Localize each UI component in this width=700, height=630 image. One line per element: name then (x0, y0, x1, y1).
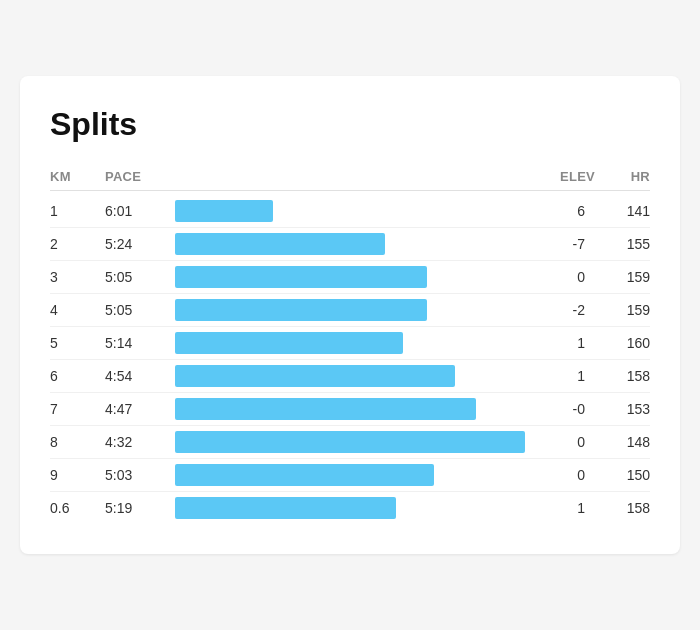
col-km-header: KM (50, 169, 105, 184)
cell-elev: 0 (535, 467, 595, 483)
cell-hr: 150 (595, 467, 650, 483)
cell-pace: 4:47 (105, 401, 175, 417)
cell-km: 2 (50, 236, 105, 252)
cell-hr: 148 (595, 434, 650, 450)
bar-container (175, 233, 535, 255)
cell-pace: 5:24 (105, 236, 175, 252)
cell-pace: 5:03 (105, 467, 175, 483)
page-title: Splits (50, 106, 650, 143)
bar-container (175, 299, 535, 321)
cell-pace: 5:05 (105, 302, 175, 318)
cell-elev: -2 (535, 302, 595, 318)
cell-elev: 1 (535, 368, 595, 384)
pace-bar (175, 431, 525, 453)
splits-table: 1 6:01 6 141 2 5:24 -7 155 3 5:05 0 159 … (50, 195, 650, 524)
cell-elev: 0 (535, 434, 595, 450)
table-row: 9 5:03 0 150 (50, 459, 650, 492)
bar-container (175, 398, 535, 420)
cell-elev: 6 (535, 203, 595, 219)
cell-hr: 141 (595, 203, 650, 219)
pace-bar (175, 365, 455, 387)
cell-elev: -0 (535, 401, 595, 417)
cell-pace: 6:01 (105, 203, 175, 219)
col-elev-header: ELEV (535, 169, 595, 184)
cell-hr: 158 (595, 368, 650, 384)
table-row: 8 4:32 0 148 (50, 426, 650, 459)
cell-km: 8 (50, 434, 105, 450)
table-row: 0.6 5:19 1 158 (50, 492, 650, 524)
table-row: 6 4:54 1 158 (50, 360, 650, 393)
splits-card: Splits KM PACE ELEV HR 1 6:01 6 141 2 5:… (20, 76, 680, 554)
cell-hr: 159 (595, 269, 650, 285)
pace-bar (175, 464, 434, 486)
bar-container (175, 266, 535, 288)
pace-bar (175, 332, 403, 354)
table-row: 1 6:01 6 141 (50, 195, 650, 228)
pace-bar (175, 497, 396, 519)
cell-pace: 5:19 (105, 500, 175, 516)
bar-container (175, 332, 535, 354)
cell-elev: 1 (535, 500, 595, 516)
cell-km: 3 (50, 269, 105, 285)
table-row: 7 4:47 -0 153 (50, 393, 650, 426)
col-pace-header: PACE (105, 169, 175, 184)
cell-hr: 158 (595, 500, 650, 516)
cell-pace: 5:05 (105, 269, 175, 285)
cell-pace: 4:32 (105, 434, 175, 450)
table-row: 5 5:14 1 160 (50, 327, 650, 360)
cell-pace: 4:54 (105, 368, 175, 384)
bar-container (175, 200, 535, 222)
cell-km: 4 (50, 302, 105, 318)
cell-elev: -7 (535, 236, 595, 252)
cell-pace: 5:14 (105, 335, 175, 351)
bar-container (175, 464, 535, 486)
cell-elev: 1 (535, 335, 595, 351)
cell-hr: 153 (595, 401, 650, 417)
pace-bar (175, 299, 427, 321)
cell-km: 7 (50, 401, 105, 417)
table-row: 2 5:24 -7 155 (50, 228, 650, 261)
cell-hr: 155 (595, 236, 650, 252)
cell-km: 5 (50, 335, 105, 351)
cell-hr: 160 (595, 335, 650, 351)
bar-container (175, 431, 535, 453)
table-row: 4 5:05 -2 159 (50, 294, 650, 327)
pace-bar (175, 266, 427, 288)
pace-bar (175, 233, 385, 255)
table-header: KM PACE ELEV HR (50, 163, 650, 191)
cell-km: 0.6 (50, 500, 105, 516)
cell-elev: 0 (535, 269, 595, 285)
table-row: 3 5:05 0 159 (50, 261, 650, 294)
cell-km: 1 (50, 203, 105, 219)
cell-hr: 159 (595, 302, 650, 318)
col-hr-header: HR (595, 169, 650, 184)
bar-container (175, 497, 535, 519)
col-bar-header (175, 169, 535, 184)
cell-km: 9 (50, 467, 105, 483)
pace-bar (175, 398, 476, 420)
bar-container (175, 365, 535, 387)
pace-bar (175, 200, 273, 222)
cell-km: 6 (50, 368, 105, 384)
